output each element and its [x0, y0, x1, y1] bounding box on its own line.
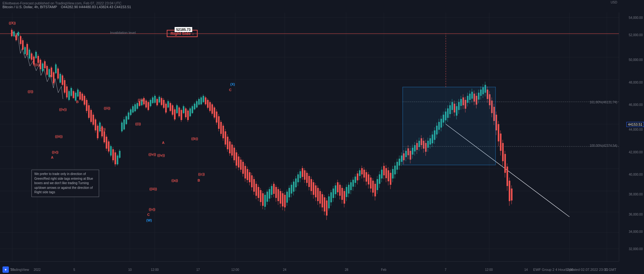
wave-label-B: B	[76, 100, 79, 104]
price-36000: 36,000.00	[629, 212, 643, 216]
wave-label-W: (W)	[146, 218, 152, 222]
candles-chart	[0, 13, 619, 261]
price-54000: 54,000.00	[629, 16, 643, 19]
price-44000: 44,000.00	[629, 128, 643, 131]
wave-label-i-mid: ((i))	[100, 127, 106, 131]
wave-label-xx: ((X))	[9, 21, 16, 25]
publisher-info: Elliottwave-Forecast published on Tradin…	[3, 1, 641, 5]
fib-100-label: 100.00%(42374.54)	[590, 144, 617, 147]
price-axis: 54,000.00 52,000.00 50,000.00 48,000.00 …	[619, 13, 644, 261]
currency-label: USD	[611, 1, 617, 4]
wave-label-iii: ((iii))	[55, 134, 63, 138]
chart-container: Elliottwave-Forecast published on Tradin…	[0, 0, 644, 274]
wave-label-C-w: C	[147, 213, 150, 216]
instrument-label: Bitcoin / U.S. Dollar, 4h, BITSTAMP	[3, 5, 57, 9]
wave-label-v-2: ((v))	[149, 207, 155, 211]
chart-header: Elliottwave-Forecast published on Tradin…	[0, 0, 644, 10]
wave-label-B2: B	[198, 178, 200, 182]
price-42000: 42,000.00	[629, 150, 643, 154]
tradingview-text: TradingView	[10, 268, 29, 271]
chart-area: Invalidation level Right Side ↓ 52185.73…	[0, 13, 619, 261]
wave-label-iv: ((iv))	[59, 107, 67, 111]
wave-label-bb: ((b))	[191, 137, 198, 140]
price-48000: 48,000.00	[629, 80, 643, 84]
wave-label-iv-3: ((iv))	[157, 153, 165, 157]
annotation-box: We prefer to trade only in direction of …	[31, 170, 99, 197]
wave-label-A2: A	[162, 141, 165, 145]
wave-label-cc: ((c))	[198, 172, 205, 176]
price-40000: 40,000.00	[629, 173, 643, 176]
price-32000: 32,000.00	[629, 247, 643, 251]
wave-label-i: ((i))	[28, 90, 33, 93]
wave-label-v: ((v))	[52, 150, 59, 154]
wave-label-C2: C	[229, 88, 232, 92]
price-38000: 38,000.00	[629, 193, 643, 196]
price-46000: 46,000.00	[629, 103, 643, 107]
wave-label-i-2: ((i))	[135, 122, 141, 126]
wave-label-ii-1: ((ii))	[34, 63, 41, 67]
price-target-label: 52185.73	[175, 27, 192, 32]
tradingview-logo: ▼ TradingView	[3, 266, 29, 273]
wave-label-aa: ((a))	[171, 178, 178, 182]
price-34000: 34,000.00	[629, 230, 643, 233]
fib-161-label: 161.80%(46131.74)	[590, 101, 617, 104]
svg-rect-486	[403, 87, 496, 165]
tv-icon: ▼	[3, 266, 9, 273]
wave-label-ii-2: ((ii))	[138, 98, 144, 102]
instrument-info: Bitcoin / U.S. Dollar, 4h, BITSTAMP O442…	[3, 5, 641, 9]
wave-label-iii-2: ((iii))	[149, 187, 157, 191]
wave-label-X: (X)	[230, 82, 235, 86]
ewf-text: EWF Group 2 4 Hour Updated 02.07.2022 23…	[533, 268, 616, 271]
ohlc-data: O44282.90 H44480.83 L43824.43 C44153.51	[61, 5, 131, 9]
wave-label-iv-2: ((iv))	[148, 152, 156, 156]
wave-label-A: A	[51, 156, 53, 159]
current-price-box: 44153.51	[626, 122, 644, 127]
footer: ▼ TradingView EWF Group 2 4 Hour Updated…	[0, 266, 619, 273]
price-50000: 50,000.00	[629, 58, 643, 62]
wave-label-ii-mid: ((ii))	[104, 106, 110, 110]
invalidation-level-label: Invalidation level	[110, 31, 136, 35]
price-52000: 52,000.00	[629, 33, 643, 37]
